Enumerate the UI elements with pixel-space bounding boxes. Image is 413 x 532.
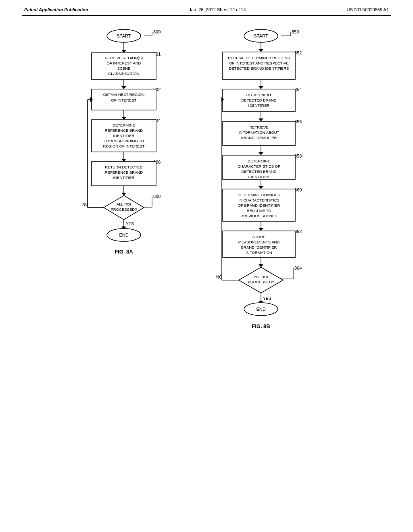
svg-text:DETECTED BRAND IDENTIFIERS: DETECTED BRAND IDENTIFIERS <box>229 66 289 71</box>
svg-text:DETECTED BRAND: DETECTED BRAND <box>241 98 276 102</box>
svg-text:864: 864 <box>294 266 302 270</box>
svg-text:RECEIVE DETERMINED REGIONS: RECEIVE DETERMINED REGIONS <box>228 56 290 60</box>
svg-text:SCENE: SCENE <box>117 66 131 71</box>
svg-text:NO: NO <box>82 202 88 207</box>
svg-marker-105 <box>259 186 263 189</box>
svg-text:INFORMATION ABOUT: INFORMATION ABOUT <box>239 130 280 135</box>
svg-text:START: START <box>254 33 268 38</box>
svg-text:PROCESSED?: PROCESSED? <box>248 280 274 284</box>
svg-text:850: 850 <box>292 29 299 34</box>
svg-text:DETERMINE CHANGES: DETERMINE CHANGES <box>238 193 280 197</box>
svg-text:RETURN DETECTED: RETURN DETECTED <box>105 165 143 169</box>
svg-text:IDENTIFIER: IDENTIFIER <box>248 175 270 179</box>
svg-text:OF INTEREST AND: OF INTEREST AND <box>107 61 141 65</box>
svg-text:INFORMATION: INFORMATION <box>246 250 272 255</box>
svg-text:FIG. 8A: FIG. 8A <box>115 249 133 255</box>
svg-marker-16 <box>121 86 126 89</box>
svg-text:IDENTIFIER: IDENTIFIER <box>248 103 270 108</box>
fig8a-svg: 800 START 801 RECEIVE REGION(S) OF INTER… <box>81 24 190 354</box>
svg-marker-126 <box>259 264 263 267</box>
svg-text:RETRIEVE: RETRIEVE <box>249 125 269 129</box>
svg-text:YES: YES <box>126 222 134 226</box>
header-left: Patent Application Publication <box>24 7 88 12</box>
svg-text:OF INTEREST: OF INTEREST <box>111 98 137 102</box>
svg-text:OF BRAND IDENTIFIER: OF BRAND IDENTIFIER <box>238 203 280 208</box>
svg-text:IN CHARACTERISTICS: IN CHARACTERISTICS <box>238 198 280 202</box>
svg-text:854: 854 <box>294 87 302 92</box>
header: Patent Application Publication Jan. 26, … <box>0 0 413 15</box>
svg-text:CHARACTERISTICS OF: CHARACTERISTICS OF <box>238 164 280 168</box>
fig8b-chart: 850 START 852 RECEIVE DETERMINED REGIONS… <box>215 24 332 431</box>
svg-marker-116 <box>259 228 263 231</box>
header-center: Jan. 26, 2012 Sheet 12 of 14 <box>189 7 246 12</box>
svg-marker-44 <box>121 193 126 195</box>
fig8a-chart: 800 START 801 RECEIVE REGION(S) OF INTER… <box>81 24 190 431</box>
svg-text:PROCESSED?: PROCESSED? <box>111 207 137 212</box>
svg-text:REFERENCE BRAND: REFERENCE BRAND <box>105 128 143 133</box>
svg-text:CLASSIFICATION: CLASSIFICATION <box>108 71 140 76</box>
page: Patent Application Publication Jan. 26, … <box>0 0 413 532</box>
svg-text:NO: NO <box>216 275 222 279</box>
svg-text:856: 856 <box>294 119 302 124</box>
svg-marker-77 <box>259 86 263 89</box>
svg-text:862: 862 <box>294 229 302 234</box>
svg-text:ALL ROI: ALL ROI <box>254 274 268 279</box>
svg-text:IDENTIFIER: IDENTIFIER <box>113 133 135 138</box>
svg-text:STORE: STORE <box>252 235 266 239</box>
fig8b-svg: 850 START 852 RECEIVE DETERMINED REGIONS… <box>215 24 332 431</box>
svg-text:YES: YES <box>263 296 271 301</box>
svg-text:858: 858 <box>294 154 302 158</box>
svg-text:860: 860 <box>294 187 302 192</box>
svg-text:IDENTIFIER: IDENTIFIER <box>113 175 135 180</box>
svg-marker-86 <box>259 118 263 121</box>
svg-text:FIG. 8B: FIG. 8B <box>252 323 270 329</box>
svg-text:852: 852 <box>294 50 302 55</box>
svg-marker-95 <box>259 152 263 155</box>
svg-text:START: START <box>117 33 131 38</box>
svg-text:OBTAIN NEXT REGION: OBTAIN NEXT REGION <box>103 92 145 97</box>
svg-text:CORRESPONDING TO: CORRESPONDING TO <box>104 139 144 143</box>
flowchart-area: 800 START 801 RECEIVE REGION(S) OF INTER… <box>0 16 413 439</box>
svg-text:808: 808 <box>153 194 161 199</box>
svg-text:BRAND IDENTIFIER: BRAND IDENTIFIER <box>241 245 277 249</box>
svg-marker-35 <box>121 159 126 162</box>
svg-text:PREVIOUS SCENES: PREVIOUS SCENES <box>241 214 277 218</box>
svg-text:DETERMINE: DETERMINE <box>248 159 270 163</box>
svg-text:RELATIVE TO: RELATIVE TO <box>247 208 271 213</box>
svg-text:DETECTED BRAND: DETECTED BRAND <box>241 169 276 174</box>
svg-text:RECEIVE REGION(S): RECEIVE REGION(S) <box>105 56 143 60</box>
header-right: US 2012/0020559 A1 <box>346 7 389 12</box>
svg-text:END: END <box>256 307 265 312</box>
svg-text:END: END <box>119 233 128 237</box>
svg-text:REGION OF INTEREST: REGION OF INTEREST <box>103 144 145 148</box>
svg-text:OF INTEREST AND RESPECTIVE: OF INTEREST AND RESPECTIVE <box>229 61 289 65</box>
svg-text:REFERENCE BRAND: REFERENCE BRAND <box>105 170 143 175</box>
svg-text:BRAND IDENTIFIER: BRAND IDENTIFIER <box>241 135 277 140</box>
svg-marker-6 <box>121 50 126 53</box>
svg-text:OBTAIN NEXT: OBTAIN NEXT <box>246 93 272 97</box>
svg-text:DETERMINE: DETERMINE <box>113 123 135 127</box>
svg-marker-24 <box>121 117 126 120</box>
svg-text:MEASUREMENTS AND: MEASUREMENTS AND <box>238 240 280 244</box>
svg-text:800: 800 <box>153 29 161 34</box>
svg-marker-68 <box>259 49 263 52</box>
svg-text:ALL ROI: ALL ROI <box>117 202 131 206</box>
